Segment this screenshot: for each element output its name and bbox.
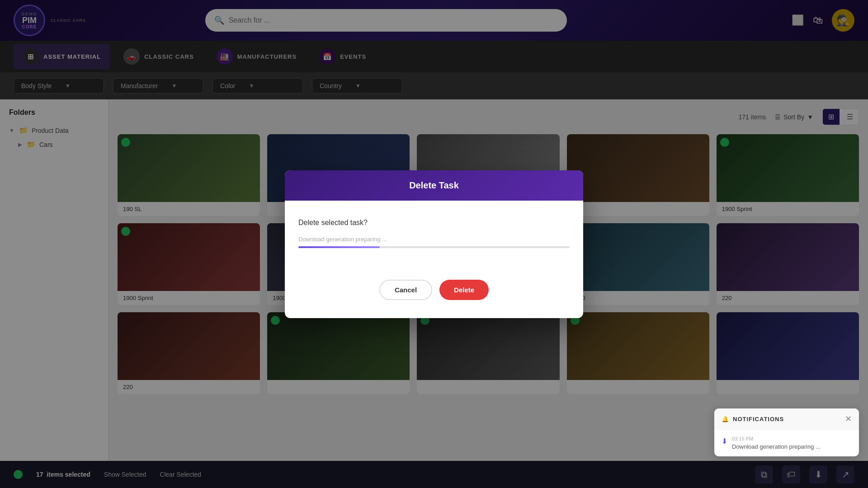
modal-question: Delete selected task? <box>298 219 570 227</box>
notification-item: ⬇ 03:15 PM Download generation preparing… <box>714 430 859 456</box>
modal-progress-bar <box>298 246 570 248</box>
modal-header: Delete Task <box>285 170 583 201</box>
download-notif-icon: ⬇ <box>722 437 727 446</box>
modal-title: Delete Task <box>409 180 459 190</box>
bell-icon: 🔔 <box>722 416 729 422</box>
delete-task-modal: Delete Task Delete selected task? Downlo… <box>285 170 583 318</box>
modal-body: Delete selected task? Download generatio… <box>285 201 583 275</box>
modal-footer: Cancel Delete <box>285 275 583 318</box>
notification-panel: 🔔 NOTIFICATIONS ✕ ⬇ 03:15 PM Download ge… <box>714 408 859 456</box>
notification-time: 03:15 PM <box>732 436 821 441</box>
notification-title: 🔔 NOTIFICATIONS <box>722 416 784 422</box>
cancel-button[interactable]: Cancel <box>379 280 432 300</box>
modal-progress-label: Download generation preparing ... <box>298 236 570 243</box>
notification-message: Download generation preparing ... <box>732 443 821 450</box>
notification-header: 🔔 NOTIFICATIONS ✕ <box>714 408 859 430</box>
delete-button[interactable]: Delete <box>439 280 489 300</box>
modal-progress-fill <box>298 246 380 248</box>
notification-content: 03:15 PM Download generation preparing .… <box>732 436 821 450</box>
notification-close-button[interactable]: ✕ <box>845 414 852 424</box>
